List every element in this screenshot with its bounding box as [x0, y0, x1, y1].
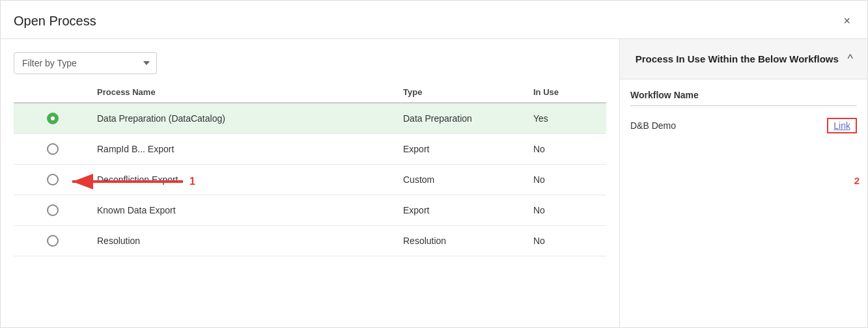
- right-panel: Process In Use Within the Below Workflow…: [620, 39, 867, 327]
- process-name-cell: RampId B... Export: [92, 144, 398, 154]
- table-row[interactable]: RampId B... Export Export No: [14, 134, 606, 165]
- radio-cell: [14, 204, 92, 216]
- table-row[interactable]: Resolution Resolution No: [14, 226, 606, 256]
- right-panel-body: Workflow Name D&B Demo Link: [620, 79, 867, 327]
- in-use-cell: No: [528, 174, 606, 185]
- radio-cell: [14, 174, 92, 185]
- left-panel: Filter by Type Data Preparation Export C…: [1, 39, 620, 327]
- open-process-dialog: Open Process × Filter by Type Data Prepa…: [0, 0, 868, 328]
- right-panel-header: Process In Use Within the Below Workflow…: [620, 39, 867, 79]
- type-cell: Custom: [398, 174, 528, 185]
- workflow-name: D&B Demo: [630, 120, 676, 131]
- radio-button[interactable]: [47, 204, 59, 216]
- process-name-cell: Resolution: [92, 236, 398, 246]
- process-name-cell: Deconfliction Export: [92, 174, 398, 185]
- col-header-process-name: Process Name: [92, 87, 398, 97]
- radio-cell: [14, 143, 92, 155]
- radio-button[interactable]: [47, 143, 59, 155]
- type-cell: Data Preparation: [398, 113, 528, 124]
- collapse-button[interactable]: ^: [844, 51, 857, 67]
- dialog-body: Filter by Type Data Preparation Export C…: [1, 39, 867, 327]
- process-name-cell: Known Data Export: [92, 205, 398, 215]
- table-row[interactable]: Known Data Export Export No: [14, 195, 606, 226]
- type-cell: Export: [398, 144, 528, 154]
- dialog-header: Open Process ×: [1, 1, 867, 39]
- workflow-link-button[interactable]: Link: [827, 118, 857, 133]
- in-use-cell: No: [528, 144, 606, 154]
- filter-row: Filter by Type Data Preparation Export C…: [14, 52, 606, 74]
- radio-button[interactable]: [47, 235, 59, 247]
- right-panel-title: Process In Use Within the Below Workflow…: [630, 52, 844, 66]
- col-header-in-use: In Use: [528, 87, 606, 97]
- col-header-radio: [14, 87, 92, 97]
- type-cell: Resolution: [398, 236, 528, 246]
- col-header-type: Type: [398, 87, 528, 97]
- table-row[interactable]: Data Preparation (DataCatalog) Data Prep…: [14, 103, 606, 134]
- workflow-name-label: Workflow Name: [630, 90, 857, 106]
- close-button[interactable]: ×: [839, 12, 854, 29]
- in-use-cell: No: [528, 205, 606, 215]
- process-name-cell: Data Preparation (DataCatalog): [92, 113, 398, 124]
- type-cell: Export: [398, 205, 528, 215]
- workflow-row: D&B Demo Link: [630, 113, 857, 139]
- in-use-cell: Yes: [528, 113, 606, 124]
- table-row[interactable]: Deconfliction Export Custom No: [14, 165, 606, 195]
- radio-button[interactable]: [47, 174, 59, 185]
- in-use-cell: No: [528, 236, 606, 246]
- radio-button-selected[interactable]: [47, 113, 59, 124]
- radio-cell: [14, 235, 92, 247]
- table-header: Process Name Type In Use: [14, 87, 606, 103]
- filter-by-type-select[interactable]: Filter by Type Data Preparation Export C…: [14, 52, 157, 74]
- dialog-title: Open Process: [14, 14, 96, 29]
- process-table: Process Name Type In Use Data Preparatio…: [14, 87, 606, 327]
- radio-cell: [14, 113, 92, 124]
